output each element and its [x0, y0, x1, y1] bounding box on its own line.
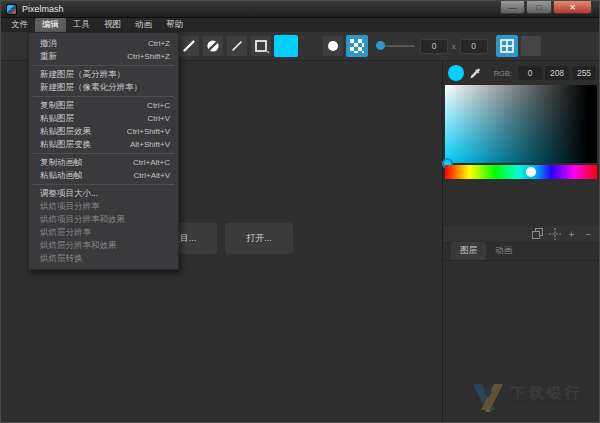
menu-item-bake-project-resolution[interactable]: 烘焙项目分辨率	[29, 200, 178, 213]
menu-item-bake-layer-resolution-effects[interactable]: 烘焙层分辨率和效果	[29, 239, 178, 252]
green-value-field[interactable]: 208	[545, 66, 569, 80]
grid-secondary-button[interactable]	[520, 35, 542, 57]
app-icon	[6, 4, 17, 15]
color-panel-header: RGB: 0 208 255	[443, 61, 599, 85]
pencil-tool-button[interactable]	[178, 35, 200, 57]
red-value-field[interactable]: 0	[518, 66, 542, 80]
maximize-button[interactable]: □	[526, 1, 552, 14]
brush-size-slider[interactable]	[376, 35, 414, 57]
menu-item-bake-project-resolution-effects[interactable]: 烘焙项目分辨率和效果	[29, 213, 178, 226]
rectangle-tool-button[interactable]	[250, 35, 272, 57]
close-button[interactable]: ✕	[553, 1, 592, 14]
menu-item-redo[interactable]: 重新Ctrl+Shift+Z	[29, 50, 178, 63]
remove-layer-button[interactable]: −	[581, 227, 596, 242]
circle-brush-icon	[325, 38, 341, 54]
hue-slider[interactable]	[445, 165, 597, 179]
rectangle-icon	[253, 38, 269, 54]
minimize-button[interactable]: —	[500, 1, 525, 14]
watermark: 下载银行 www.downbank.cn	[471, 383, 592, 413]
menu-item-paste-layer-transform[interactable]: 粘贴图层变换Alt+Shift+V	[29, 138, 178, 151]
dither-checker-icon	[350, 39, 364, 53]
dimension-separator: x	[452, 43, 456, 50]
pixel-pencil-icon	[229, 38, 245, 54]
close-icon: ✕	[569, 3, 576, 12]
menu-item-resize-project[interactable]: 调整项目大小...	[29, 187, 178, 200]
hue-marker[interactable]	[526, 167, 536, 177]
menu-item-copy-frame[interactable]: 复制动画帧Ctrl+Alt+C	[29, 156, 178, 169]
saturation-value-picker[interactable]	[445, 85, 597, 163]
downbank-logo-icon	[471, 383, 505, 413]
menu-separator	[33, 153, 174, 154]
pixel-pencil-tool-button[interactable]	[226, 35, 248, 57]
target-layer-button[interactable]	[547, 227, 562, 242]
color-panel-spacer	[443, 179, 599, 226]
app-window: Pixelmash — □ ✕ 文件 编辑 工具 视图 动画 帮助	[0, 0, 600, 423]
window-controls: — □ ✕	[499, 1, 592, 14]
menu-separator	[33, 184, 174, 185]
width-input[interactable]: 0	[420, 39, 448, 54]
eraser-icon	[205, 38, 221, 54]
menu-help[interactable]: 帮助	[159, 18, 190, 33]
window-title: Pixelmash	[22, 4, 499, 14]
menu-separator	[33, 65, 174, 66]
menu-item-bake-layer-resolution[interactable]: 烘焙层分辨率	[29, 226, 178, 239]
menu-item-undo[interactable]: 撤消Ctrl+Z	[29, 37, 178, 50]
menu-item-new-layer-hires[interactable]: 新建图层（高分辨率）	[29, 68, 178, 81]
minimize-icon: —	[509, 3, 517, 12]
pencil-icon	[181, 38, 197, 54]
menu-view[interactable]: 视图	[97, 18, 128, 33]
duplicate-icon	[532, 228, 544, 240]
menu-separator	[33, 96, 174, 97]
grid-icon	[500, 39, 514, 53]
grid-toggle-button[interactable]	[496, 35, 518, 57]
menu-bar: 文件 编辑 工具 视图 动画 帮助	[1, 18, 599, 32]
menu-item-paste-frame[interactable]: 粘贴动画帧Ctrl+Alt+V	[29, 169, 178, 182]
menu-edit[interactable]: 编辑	[35, 18, 66, 33]
color-circle-swatch[interactable]	[448, 65, 464, 81]
right-panel: RGB: 0 208 255	[443, 61, 599, 423]
eyedropper-icon[interactable]	[468, 67, 481, 80]
duplicate-layer-button[interactable]	[530, 227, 545, 242]
watermark-url: www.downbank.cn	[511, 402, 592, 411]
edit-dropdown-menu: 撤消Ctrl+Z 重新Ctrl+Shift+Z 新建图层（高分辨率） 新建图层（…	[28, 32, 179, 270]
maximize-icon: □	[537, 3, 542, 12]
height-input[interactable]: 0	[460, 39, 488, 54]
tab-layers[interactable]: 图层	[451, 242, 486, 260]
current-color-swatch[interactable]	[274, 35, 298, 57]
blue-value-field[interactable]: 255	[572, 66, 596, 80]
menu-item-paste-layer[interactable]: 粘贴图层Ctrl+V	[29, 112, 178, 125]
eraser-tool-button[interactable]	[202, 35, 224, 57]
round-brush-button[interactable]	[322, 35, 344, 57]
menu-file[interactable]: 文件	[4, 18, 35, 33]
menu-item-copy-layer[interactable]: 复制图层Ctrl+C	[29, 99, 178, 112]
slider-track	[384, 45, 414, 47]
menu-item-bake-layer-transform[interactable]: 烘焙层转换	[29, 252, 178, 265]
watermark-title: 下载银行	[511, 385, 592, 400]
menu-animation[interactable]: 动画	[128, 18, 159, 33]
menu-item-new-layer-pixel[interactable]: 新建图层（像素化分辨率）	[29, 81, 178, 94]
open-project-button[interactable]: 打开...	[225, 223, 293, 254]
add-layer-button[interactable]: +	[564, 227, 579, 242]
menu-tools[interactable]: 工具	[66, 18, 97, 33]
panel-tabs: 图层 动画	[443, 243, 599, 261]
menu-item-paste-layer-effects[interactable]: 粘贴图层效果Ctrl+Shift+V	[29, 125, 178, 138]
tab-animation[interactable]: 动画	[486, 242, 521, 260]
layers-toolstrip: + −	[443, 226, 599, 243]
slider-knob[interactable]	[376, 41, 385, 50]
dither-brush-button[interactable]	[346, 35, 368, 57]
title-bar: Pixelmash — □ ✕	[1, 1, 599, 18]
rgb-label: RGB:	[494, 69, 512, 78]
crosshair-icon	[549, 228, 561, 240]
